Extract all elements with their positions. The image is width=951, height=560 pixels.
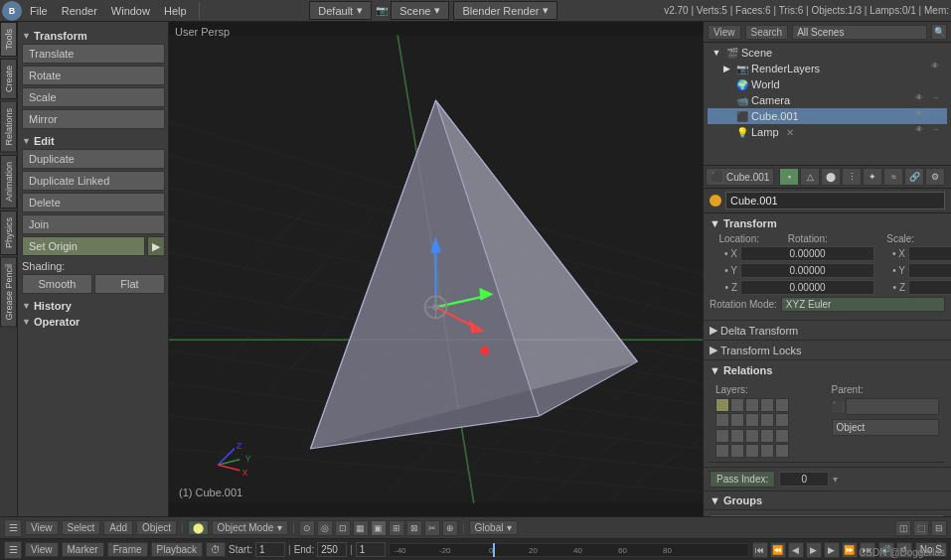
obj-mode-icon[interactable]: ⬤: [188, 520, 209, 535]
rot-y-input[interactable]: [908, 263, 951, 278]
camera-arrow[interactable]: →: [931, 93, 945, 107]
layer-18[interactable]: [745, 444, 759, 458]
start-input[interactable]: [255, 542, 285, 557]
all-scenes[interactable]: All Scenes: [792, 25, 927, 40]
scene-dropdown[interactable]: Scene ▾: [391, 1, 449, 20]
frame-btn[interactable]: Frame: [107, 542, 148, 557]
tree-render-layers[interactable]: ▶ 📷 RenderLayers 👁: [708, 61, 947, 76]
layer-5[interactable]: [775, 398, 789, 412]
parent-input[interactable]: [846, 398, 940, 415]
transform-props-header[interactable]: ▼ Transform: [710, 217, 945, 229]
props-tab-phys[interactable]: ≈: [883, 168, 903, 186]
viewport[interactable]: User Persp: [169, 22, 703, 516]
vp-ctrl-7[interactable]: ⊠: [406, 520, 422, 536]
props-tab-obj[interactable]: ▪: [779, 168, 799, 186]
flat-btn[interactable]: Flat: [94, 274, 165, 294]
loc-y-input[interactable]: [740, 263, 874, 278]
vp-ctrl-2[interactable]: ◎: [317, 520, 333, 536]
vp-right-1[interactable]: ◫: [895, 520, 911, 536]
tab-relations[interactable]: Relations: [0, 101, 17, 153]
layer-9[interactable]: [760, 413, 774, 427]
tree-lamp[interactable]: 💡 Lamp ✕ 👁 →: [708, 124, 947, 140]
search-tab[interactable]: Search: [745, 25, 789, 40]
scale-btn[interactable]: Scale: [22, 87, 165, 107]
global-dropdown[interactable]: Global ▾: [469, 520, 519, 535]
rot-z-input[interactable]: [908, 280, 951, 295]
tab-physics[interactable]: Physics: [0, 210, 17, 255]
tab-tools[interactable]: Tools: [0, 22, 17, 57]
layer-14[interactable]: [760, 429, 774, 443]
vp-ctrl-1[interactable]: ⊙: [299, 520, 315, 536]
pass-index-btn[interactable]: Pass Index:: [710, 471, 775, 488]
layer-10[interactable]: [775, 413, 789, 427]
layer-2[interactable]: [730, 398, 744, 412]
menu-render[interactable]: Render: [56, 3, 103, 19]
layer-4[interactable]: [760, 398, 774, 412]
layer-7[interactable]: [730, 413, 744, 427]
rotation-mode-select[interactable]: XYZ Euler: [781, 297, 945, 312]
cube-eye[interactable]: 👁: [915, 109, 929, 123]
view-frame-btn[interactable]: View: [25, 542, 59, 557]
delta-transform-header[interactable]: ▶ Delta Transform: [704, 321, 951, 341]
loc-x-input[interactable]: [740, 246, 874, 261]
rot-x-input[interactable]: [908, 246, 951, 261]
add-btn[interactable]: Add: [103, 520, 133, 535]
play-btn[interactable]: ▶: [806, 542, 822, 558]
obj-name-input[interactable]: [725, 192, 945, 210]
props-tab-mod[interactable]: ⚙: [925, 168, 945, 186]
view-btn[interactable]: View: [25, 520, 59, 535]
timeline-scale[interactable]: -40 -20 0 20 40 60 80: [389, 543, 749, 557]
loc-z-input[interactable]: [740, 280, 874, 295]
vp-ctrl-5[interactable]: ▣: [371, 520, 387, 536]
renderlayers-eye[interactable]: 👁: [931, 62, 945, 75]
vp-ctrl-9[interactable]: ⊕: [442, 520, 458, 536]
object-btn[interactable]: Object: [136, 520, 177, 535]
lamp-arrow[interactable]: →: [931, 125, 945, 139]
vp-right-2[interactable]: ⬚: [913, 520, 929, 536]
tab-create[interactable]: Create: [0, 59, 17, 99]
vp-right-3[interactable]: ⊟: [931, 520, 947, 536]
play-prev-key[interactable]: ⏪: [770, 542, 786, 558]
layer-13[interactable]: [745, 429, 759, 443]
join-btn[interactable]: Join: [22, 214, 165, 234]
select-btn[interactable]: Select: [62, 520, 101, 535]
duplicate-btn[interactable]: Duplicate: [22, 149, 165, 169]
layer-17[interactable]: [730, 444, 744, 458]
props-tab-cons[interactable]: 🔗: [904, 168, 924, 186]
duplicate-linked-btn[interactable]: Duplicate Linked: [22, 171, 165, 191]
vp-ctrl-4[interactable]: ▦: [353, 520, 369, 536]
tree-cube[interactable]: ⬛ Cube.001 👁 →: [708, 108, 947, 124]
translate-btn[interactable]: Translate: [22, 44, 165, 64]
vp-ctrl-6[interactable]: ⊞: [389, 520, 404, 536]
camera-eye[interactable]: 👁: [915, 93, 929, 107]
render-engine-dropdown[interactable]: Blender Render ▾: [453, 1, 557, 20]
props-tab-mat[interactable]: ⬤: [821, 168, 841, 186]
layer-3[interactable]: [745, 398, 759, 412]
layer-11[interactable]: [715, 429, 729, 443]
smooth-btn[interactable]: Smooth: [22, 274, 92, 294]
object-mode-dropdown[interactable]: Object Mode ▾: [212, 520, 289, 535]
props-tab-mesh[interactable]: △: [800, 168, 820, 186]
end-input[interactable]: [317, 542, 347, 557]
current-frame-input[interactable]: [356, 542, 386, 557]
play-prev-frame[interactable]: ◀: [788, 542, 804, 558]
props-tab-part[interactable]: ✦: [863, 168, 882, 186]
play-next-frame[interactable]: ▶: [824, 542, 840, 558]
view-tab[interactable]: View: [708, 25, 741, 40]
layer-12[interactable]: [730, 429, 744, 443]
layer-15[interactable]: [775, 429, 789, 443]
parent-type-input[interactable]: [832, 419, 940, 436]
layer-16[interactable]: [715, 444, 729, 458]
marker-btn[interactable]: Marker: [62, 542, 104, 557]
tab-grease-pencil[interactable]: Grease Pencil: [0, 257, 17, 328]
tree-scene[interactable]: ▼ 🎬 Scene: [708, 45, 947, 61]
transform-locks-header[interactable]: ▶ Transform Locks: [704, 341, 951, 360]
layer-20[interactable]: [775, 444, 789, 458]
layer-1[interactable]: [715, 398, 729, 412]
menu-file[interactable]: File: [24, 3, 54, 19]
tree-world[interactable]: 🌍 World: [708, 76, 947, 92]
relations-header[interactable]: ▼ Relations: [710, 364, 945, 376]
timeline-icon[interactable]: ⏱: [206, 542, 226, 557]
pass-index-input[interactable]: [779, 472, 829, 487]
rotate-btn[interactable]: Rotate: [22, 66, 165, 85]
